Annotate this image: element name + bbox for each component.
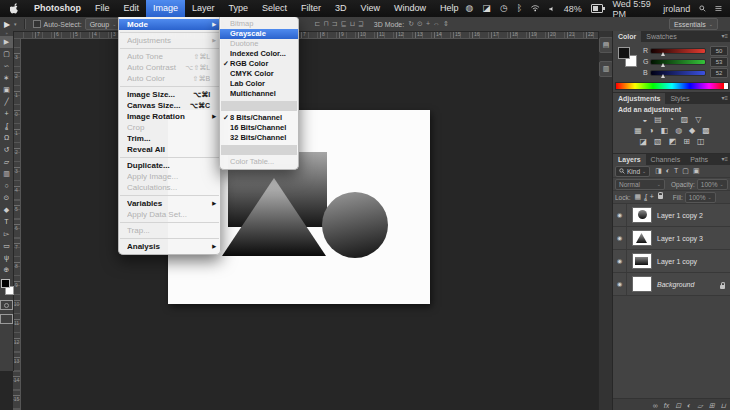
- layer-row[interactable]: ◉ Layer 1 copy 2: [613, 204, 730, 227]
- tab-swatches[interactable]: Swatches: [641, 31, 681, 42]
- wifi-icon[interactable]: [531, 4, 539, 13]
- battery-icon[interactable]: [591, 4, 604, 13]
- tab-layers[interactable]: Layers: [613, 154, 646, 165]
- layer-filter-button[interactable]: ▢: [682, 167, 689, 175]
- adjustment-button[interactable]: ▧: [654, 137, 662, 147]
- auto-select-dropdown[interactable]: Group⌄: [85, 18, 122, 30]
- fill-field[interactable]: 100%⌄: [685, 192, 716, 203]
- toolbar-tool[interactable]: ∗: [0, 72, 13, 84]
- toolbar-tool[interactable]: +: [0, 108, 13, 120]
- layer-visibility-eye-icon[interactable]: ◉: [613, 273, 627, 295]
- lock-all-button[interactable]: [658, 195, 663, 199]
- adjustment-button[interactable]: ◫: [697, 137, 705, 147]
- mode-submenu-item[interactable]: ✓: [221, 101, 297, 111]
- layer-thumbnail[interactable]: [632, 230, 652, 246]
- image-menu-item[interactable]: Image Size... ⌥⌘I ▶: [119, 89, 220, 100]
- tab-adjustments[interactable]: Adjustments: [613, 93, 665, 104]
- kind-filter-dropdown[interactable]: Kind ⌄: [615, 166, 650, 177]
- mode-submenu-item[interactable]: ✓ Grayscale: [220, 29, 298, 39]
- image-menu-item[interactable]: Adjustments ▶: [119, 35, 220, 46]
- workspace-switcher[interactable]: Essentials⌄: [669, 18, 718, 30]
- slider-thumb-icon[interactable]: [661, 52, 665, 56]
- layer-visibility-eye-icon[interactable]: ◉: [613, 250, 627, 272]
- mode-submenu-item[interactable]: ✓ RGB Color: [220, 59, 298, 69]
- channel-value-field[interactable]: 50: [710, 46, 728, 56]
- adjustment-button[interactable]: ▤: [654, 115, 662, 125]
- tab-color[interactable]: Color: [613, 31, 641, 42]
- align-button[interactable]: ⊐: [332, 20, 338, 28]
- channel-slider[interactable]: [650, 59, 706, 65]
- layer-thumbnail[interactable]: [632, 276, 652, 292]
- menubar-item[interactable]: Edit: [117, 0, 147, 17]
- toolbar-tool[interactable]: ʆ: [0, 120, 13, 132]
- notification-center-icon[interactable]: [715, 4, 722, 13]
- image-menu-item[interactable]: ▶: [120, 157, 219, 158]
- image-menu-item[interactable]: Auto Contrast ⌥⇧⌘L ▶: [119, 62, 220, 73]
- image-menu-item[interactable]: ▶: [120, 195, 219, 196]
- adjustment-button[interactable]: ▽: [695, 115, 701, 125]
- image-menu-item[interactable]: ▶: [120, 238, 219, 239]
- menubar-item[interactable]: Photoshop: [27, 0, 88, 17]
- layer-filter-button[interactable]: ◐: [666, 167, 670, 175]
- align-button[interactable]: ⊒: [358, 20, 364, 28]
- image-menu-item[interactable]: Canvas Size... ⌥⌘C ▶: [119, 100, 220, 111]
- layers-action-button[interactable]: fx: [664, 400, 669, 410]
- status-icon[interactable]: ◍: [466, 1, 474, 16]
- tab-styles[interactable]: Styles: [665, 93, 694, 104]
- toolbar-tool[interactable]: ⊕: [0, 264, 13, 276]
- image-menu-item[interactable]: Reveal All ▶: [119, 144, 220, 155]
- image-menu-item[interactable]: Trap... ▶: [119, 225, 220, 236]
- mode-submenu-item[interactable]: ✓ Multichannel: [220, 89, 298, 99]
- status-icon[interactable]: ◷: [500, 1, 508, 16]
- menubar-item[interactable]: File: [88, 0, 117, 17]
- channel-slider[interactable]: [650, 70, 706, 76]
- adjustment-button[interactable]: ◆: [689, 126, 695, 136]
- mode-submenu-item[interactable]: ✓ 8 Bits/Channel: [220, 113, 298, 123]
- adjustment-button[interactable]: ▩: [702, 126, 710, 136]
- vertical-ruler[interactable]: 3210123456789101112131415: [13, 38, 21, 410]
- mode-submenu-item[interactable]: ✓ Bitmap: [220, 19, 298, 29]
- align-button[interactable]: ⊑: [341, 20, 347, 28]
- toolbar-tool[interactable]: ▢: [0, 48, 13, 60]
- adjustment-button[interactable]: ⊞: [683, 137, 690, 147]
- collapsed-panel-icon-1[interactable]: ▤: [599, 37, 613, 53]
- toolbar-tool[interactable]: T: [0, 216, 13, 228]
- layers-action-button[interactable]: ▱: [697, 400, 702, 410]
- toolbar-tool[interactable]: ∽: [0, 60, 13, 72]
- panel-color-swatches[interactable]: [618, 47, 638, 67]
- color-spectrum-bar[interactable]: [615, 82, 729, 90]
- mode-submenu-item[interactable]: ✓ Lab Color: [220, 79, 298, 89]
- adjustment-button[interactable]: ◍: [675, 126, 682, 136]
- tab-channels[interactable]: Channels: [646, 154, 686, 165]
- screen-mode-button[interactable]: [0, 314, 13, 324]
- menubar-item[interactable]: Filter: [294, 0, 328, 17]
- toolbar-tool[interactable]: ○: [0, 180, 13, 192]
- image-menu-item[interactable]: Calculations... ▶: [119, 182, 220, 193]
- quick-mask-button[interactable]: [0, 300, 13, 310]
- lock-button[interactable]: ▦: [635, 193, 642, 201]
- layers-action-button[interactable]: ◐: [687, 400, 691, 410]
- image-menu-item[interactable]: Duplicate... ▶: [119, 160, 220, 171]
- panel-menu-icon[interactable]: ▾≡: [721, 154, 730, 165]
- menubar-item[interactable]: View: [354, 0, 387, 17]
- toolbar-tool[interactable]: ▥: [0, 168, 13, 180]
- toolbar-tool[interactable]: ◆: [0, 204, 13, 216]
- layer-thumbnail[interactable]: [632, 207, 652, 223]
- adjustment-button[interactable]: ◔: [669, 115, 674, 125]
- image-menu-item[interactable]: Trim... ▶: [119, 133, 220, 144]
- toolbar-tool[interactable]: ╱: [0, 96, 13, 108]
- current-tool-icon[interactable]: ▶: [0, 20, 14, 29]
- layer-row[interactable]: ◉ Layer 1 copy: [613, 250, 730, 273]
- color-swatches-control[interactable]: [0, 278, 13, 296]
- toolbar-tool[interactable]: ▣: [0, 84, 13, 96]
- image-menu-item[interactable]: Apply Data Set... ▶: [119, 209, 220, 220]
- image-menu-item[interactable]: Analysis ▶: [119, 241, 220, 252]
- adjustment-button[interactable]: ▦: [634, 126, 642, 136]
- collapsed-panel-icon-2[interactable]: ▥: [599, 61, 613, 77]
- image-menu-item[interactable]: Auto Tone ⇧⌘L ▶: [119, 51, 220, 62]
- image-menu-item[interactable]: ▶: [120, 32, 219, 33]
- image-menu-item[interactable]: Apply Image... ▶: [119, 171, 220, 182]
- mode-submenu-item[interactable]: ✓ Duotone: [220, 39, 298, 49]
- mode-3d-button[interactable]: ⇕: [443, 20, 449, 28]
- align-button[interactable]: ⊓: [323, 20, 328, 28]
